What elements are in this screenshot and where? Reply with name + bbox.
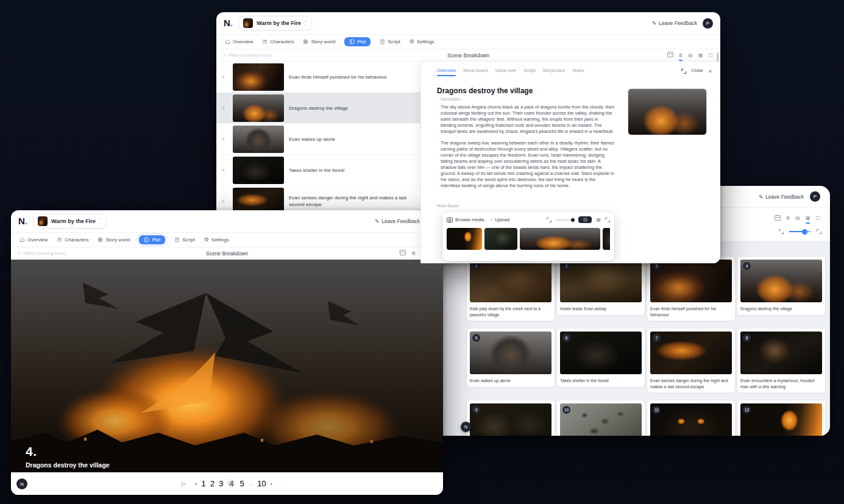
board-view-icon[interactable] (400, 250, 406, 257)
app-logo[interactable]: N. (224, 18, 233, 28)
scene-card[interactable]: 9 (466, 400, 555, 436)
board-view-icon[interactable] (667, 52, 673, 59)
detail-tab-overview[interactable]: Overview (437, 68, 456, 75)
fullscreen-icon[interactable] (817, 229, 821, 234)
app-logo[interactable]: N. (18, 216, 27, 226)
scene-list-item-selected[interactable]: ≡ Dragons destroy the village (216, 93, 420, 124)
scene-card[interactable]: 5 Evan wakes up alone (466, 328, 555, 388)
expand-panel-icon[interactable] (681, 69, 686, 74)
detail-tab-script[interactable]: Script (523, 68, 535, 75)
detail-tab-mood-board[interactable]: Mood board (463, 68, 488, 75)
list-view-icon[interactable]: ≣ (411, 251, 416, 256)
fit-screen-icon[interactable] (779, 229, 784, 234)
grid-view-icon[interactable]: ▦ (698, 53, 703, 58)
mood-image[interactable] (603, 228, 610, 250)
tab-script[interactable]: Script (174, 237, 194, 243)
detail-tab-notes[interactable]: Notes (572, 68, 584, 75)
drag-handle-icon[interactable]: ≡ (222, 105, 228, 111)
page-5[interactable]: 5 (239, 479, 244, 488)
expand-mood-board-icon[interactable] (605, 218, 610, 222)
tab-overview[interactable]: Overview (225, 39, 253, 44)
scene-detail-thumbnail[interactable] (628, 88, 707, 135)
board-view-icon[interactable] (775, 215, 781, 222)
chevron-updown-icon: ⌃⌄ (305, 21, 307, 26)
tab-settings[interactable]: ⚙Settings (410, 39, 434, 44)
scene-list-item[interactable]: ≡ Evan wakes up alone (216, 124, 420, 155)
drag-handle-icon[interactable]: ≡ (222, 199, 228, 204)
page-1[interactable]: 1 (201, 479, 205, 488)
drag-handle-icon[interactable]: ≡ (222, 74, 228, 80)
main-nav: Overview Characters Story world Plot Scr… (11, 233, 443, 247)
notification-fab[interactable]: N (461, 422, 471, 432)
scene-card[interactable]: 8 Evan encounters a mysterious, hooded m… (737, 328, 826, 393)
zoom-slider-knob[interactable] (802, 229, 807, 235)
next-page-icon[interactable]: › (271, 481, 272, 487)
browse-media-button[interactable]: Browse media (447, 217, 484, 222)
mood-image[interactable] (520, 228, 600, 250)
page-2[interactable]: 2 (210, 479, 215, 488)
notification-fab[interactable]: N (16, 478, 27, 489)
scene-card[interactable]: 11 (647, 400, 736, 436)
leave-feedback-button[interactable]: ✎ Leave Feedback (652, 20, 697, 26)
size-slider[interactable] (556, 219, 574, 221)
tab-characters[interactable]: Characters (262, 39, 294, 44)
scene-card[interactable]: 2 Hobin leads Evan astray (556, 256, 645, 316)
scene-card[interactable]: 1 Kids play down by the creek next to a … (466, 256, 555, 321)
main-nav: Overview Characters Story world Plot Scr… (216, 35, 720, 49)
tab-settings[interactable]: ⚙Settings (204, 237, 229, 243)
zoom-slider[interactable] (789, 231, 811, 232)
prev-page-icon[interactable]: ‹ (195, 481, 197, 487)
scene-list-item[interactable]: ≡ Evan finds himself punished for his be… (216, 62, 420, 93)
leave-feedback-button[interactable]: ✎ Leave Feedback (759, 194, 804, 200)
scene-card[interactable]: 4 Dragons destroy the village (737, 256, 826, 316)
size-slider-knob[interactable] (571, 218, 575, 222)
tab-script[interactable]: Script (380, 39, 400, 44)
user-avatar[interactable]: P (703, 18, 713, 29)
user-avatar[interactable]: P (810, 191, 820, 202)
page-10[interactable]: 10 (257, 479, 266, 488)
list-view-icon[interactable]: ≣ (786, 216, 790, 221)
expand-view-icon[interactable]: ▢ (815, 216, 820, 221)
mood-board-label: Mood Board (437, 204, 458, 208)
scene-number-badge: 8 (743, 334, 751, 342)
page-3[interactable]: 3 (219, 479, 223, 488)
scene-list-item[interactable]: ≡ Takes shelter in the forest (216, 155, 420, 186)
tab-plot[interactable]: Plot (139, 235, 165, 244)
tab-overview[interactable]: Overview (20, 237, 48, 243)
scene-card[interactable]: 6 Takes shelter in the forest (556, 328, 645, 388)
scene-title: Evan wakes up alone (289, 136, 338, 143)
mood-image[interactable] (484, 228, 517, 250)
project-switcher[interactable]: Warm by the Fire ⌃⌄ (238, 16, 312, 30)
close-panel-button[interactable]: Close (692, 68, 703, 75)
tab-story-world[interactable]: Story world (98, 237, 130, 243)
detail-tab-storyboard[interactable]: Storyboard (543, 68, 566, 75)
scene-card[interactable]: 12 (737, 400, 826, 436)
detail-tab-voice-over[interactable]: Voice over (495, 68, 516, 75)
drag-handle-icon[interactable]: ≡ (222, 137, 228, 142)
logo-text: N (224, 18, 230, 28)
card-view-icon[interactable]: ▤ (795, 216, 800, 221)
dark-toggle[interactable] (578, 216, 592, 223)
tab-story-world[interactable]: Story world (303, 39, 335, 44)
drag-handle-icon[interactable]: ≡ (222, 168, 228, 173)
expand-view-icon[interactable]: ▢ (708, 53, 713, 58)
close-icon[interactable]: × (709, 68, 712, 74)
upload-button[interactable]: ↑ Upload (491, 217, 510, 222)
list-view-icon[interactable]: ≣ (679, 53, 683, 58)
mood-image[interactable] (447, 228, 482, 250)
page-4-current[interactable]: 4 (227, 480, 235, 488)
tab-plot[interactable]: Plot (344, 37, 371, 46)
pencil-icon: ✎ (375, 218, 379, 224)
grid-view-icon[interactable]: ▦ (806, 216, 810, 221)
grid-view-icon[interactable]: ▦ (596, 218, 601, 222)
project-switcher[interactable]: Warm by the Fire ⌃⌄ (33, 214, 107, 229)
card-view-icon[interactable]: ▤ (688, 53, 693, 58)
tab-characters[interactable]: Characters (57, 237, 88, 243)
scene-card[interactable]: 7 Evan senses danger during the night an… (647, 328, 736, 393)
scene-card[interactable]: 3 Evan finds himself punished for his be… (647, 256, 736, 321)
scene-card[interactable]: 10 (556, 400, 645, 436)
play-icon[interactable]: ▷ (182, 481, 186, 487)
leave-feedback-button[interactable]: ✎ Leave Feedback (375, 218, 420, 224)
scene-stage[interactable]: 4. Dragons destroy the village (11, 260, 443, 472)
resize-icon[interactable] (547, 218, 551, 222)
